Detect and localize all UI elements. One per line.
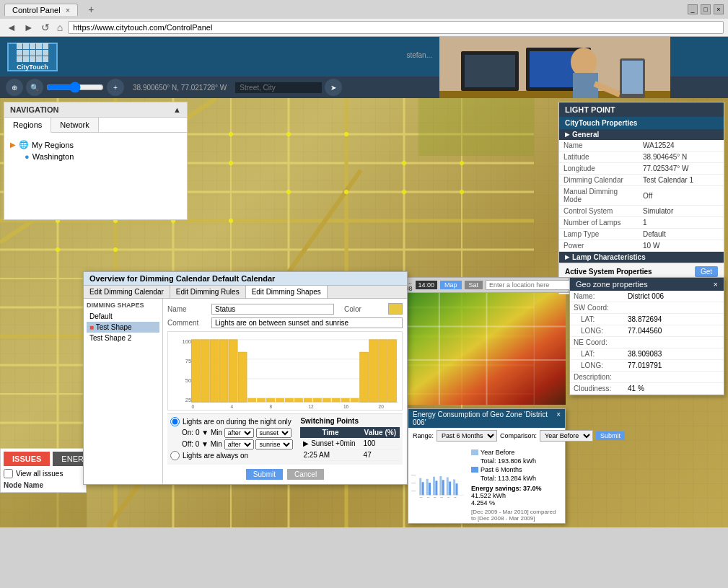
svg-text:Jan: Jan: [426, 496, 429, 498]
shape-default[interactable]: Default: [87, 311, 159, 322]
list-item: Description:: [570, 372, 724, 383]
tree-root-item[interactable]: ▶ 🌐 My Regions: [10, 139, 181, 151]
svg-rect-110: [419, 478, 421, 496]
name-input[interactable]: [211, 304, 334, 315]
get-button[interactable]: Get: [695, 266, 718, 277]
minimize-button[interactable]: _: [688, 4, 698, 14]
on-after-select[interactable]: after: [224, 428, 254, 438]
geo-zone-header: Geo zone properties ×: [570, 278, 724, 291]
svg-rect-69: [210, 340, 219, 402]
on-sunset-select[interactable]: sunset: [256, 428, 291, 438]
collapse-button[interactable]: ▲: [173, 105, 181, 114]
navigate-icon[interactable]: ➤: [325, 79, 342, 96]
svg-rect-117: [442, 480, 444, 495]
svg-text:16: 16: [343, 404, 349, 409]
maximize-button[interactable]: □: [701, 4, 711, 14]
comparison-select[interactable]: Year Before: [540, 430, 593, 442]
energy-submit-button[interactable]: Submit: [596, 431, 625, 440]
sat-view-button[interactable]: Sat: [465, 281, 483, 289]
svg-text:75: 75: [185, 358, 191, 364]
svg-point-52: [56, 247, 60, 252]
tab-edit-calendar[interactable]: Edit Dimming Calendar: [84, 286, 170, 298]
back-button[interactable]: ◄: [4, 22, 19, 33]
energy-chart-controls: Range: Past 6 Months Comparison: Year Be…: [408, 428, 565, 443]
svg-text:100: 100: [182, 338, 191, 345]
svg-rect-72: [238, 352, 247, 402]
table-row: Longitude 77.025347° W: [559, 163, 724, 175]
tab-edit-rules[interactable]: Edit Dimming Rules: [170, 286, 246, 298]
toolbar2-location-input[interactable]: [486, 280, 574, 290]
shape-test2[interactable]: Test Shape 2: [87, 333, 159, 343]
color-swatch[interactable]: [388, 303, 403, 315]
table-row: Power 10 W: [559, 240, 724, 252]
location-search-input[interactable]: [235, 82, 322, 93]
logo-grid: [17, 43, 48, 62]
svg-rect-75: [266, 398, 275, 402]
energy-chart-close-button[interactable]: ×: [556, 411, 561, 426]
svg-point-53: [113, 247, 118, 252]
dimming-sidebar: DIMMING SHAPES Default Test Shape Test S…: [84, 299, 163, 484]
svg-point-56: [402, 161, 406, 165]
comment-input[interactable]: [211, 317, 403, 328]
svg-rect-116: [439, 476, 442, 495]
tab-network[interactable]: Network: [51, 118, 98, 132]
range-select[interactable]: Past 6 Months: [437, 430, 497, 442]
svg-text:Dec: Dec: [420, 496, 424, 498]
shape-test[interactable]: Test Shape: [87, 322, 159, 333]
active-tab[interactable]: Control Panel ×: [4, 4, 78, 16]
address-bar[interactable]: [68, 21, 724, 34]
forward-button[interactable]: ►: [22, 22, 36, 33]
view-all-checkbox[interactable]: [4, 469, 13, 478]
browser-chrome: Control Panel × + _ □ × ◄ ► ↺ ⌂: [0, 0, 728, 37]
off-sunrise-select[interactable]: sunrise: [255, 439, 293, 449]
svg-rect-88: [388, 340, 397, 402]
svg-rect-77: [285, 398, 294, 402]
table-row: Manual Dimming Mode Off: [559, 186, 724, 206]
svg-rect-119: [449, 482, 451, 496]
radio-night-only[interactable]: Lights are on during the night only: [170, 417, 293, 426]
tree-child-item[interactable]: ● Washington: [25, 151, 181, 162]
zoom-in-icon[interactable]: +: [107, 79, 124, 96]
browser-titlebar: Control Panel × + _ □ ×: [0, 0, 728, 19]
svg-point-55: [460, 190, 464, 194]
geo-zone-close-button[interactable]: ×: [714, 280, 718, 289]
svg-rect-85: [360, 352, 369, 402]
map-view-button[interactable]: Map: [440, 281, 462, 289]
off-controls: Off: 0 ▼ Min after sunrise: [170, 439, 293, 449]
svg-text:Feb: Feb: [434, 496, 437, 498]
svg-rect-121: [456, 483, 458, 495]
compass-icon[interactable]: ⊕: [6, 79, 23, 96]
svg-rect-81: [323, 398, 331, 402]
issues-tab[interactable]: ISSUES: [4, 452, 50, 466]
radio-always-on[interactable]: Lights are always on: [170, 451, 293, 460]
view-all-issues[interactable]: View all issues: [4, 469, 83, 478]
zoom-slider[interactable]: [46, 80, 104, 95]
search-icon[interactable]: 🔍: [26, 79, 43, 96]
geo-zone-table: Name: District 006 SW Coord: LAT: 38.872…: [570, 291, 724, 395]
refresh-button[interactable]: ↺: [39, 22, 52, 33]
svg-rect-82: [332, 398, 341, 402]
svg-point-36: [286, 132, 291, 136]
tab-edit-shapes[interactable]: Edit Dimming Shapes: [246, 286, 328, 298]
cancel-button[interactable]: Cancel: [287, 469, 324, 480]
svg-rect-79: [304, 398, 312, 402]
svg-point-35: [229, 132, 233, 136]
nav-tabs: Regions Network: [4, 118, 187, 133]
app-header: CityTouch: [0, 37, 728, 76]
lamp-characteristics-section[interactable]: Lamp Characteristics: [559, 252, 724, 263]
comment-row: Comment: [167, 317, 403, 328]
list-item: Cloudiness: 41 %: [570, 383, 724, 395]
new-tab-button[interactable]: +: [82, 2, 100, 17]
svg-text:0: 0: [191, 404, 194, 409]
svg-point-37: [344, 132, 348, 136]
home-button[interactable]: ⌂: [55, 22, 65, 33]
table-row: Lamp Type Default: [559, 229, 724, 240]
tab-regions[interactable]: Regions: [4, 118, 51, 133]
table-row: Latitude 38.904645° N: [559, 152, 724, 163]
close-button[interactable]: ×: [714, 4, 724, 14]
form-buttons: Submit Cancel: [167, 469, 403, 480]
tab-close[interactable]: ×: [66, 6, 70, 14]
tree-child-icon: ●: [25, 152, 30, 161]
off-after-select[interactable]: after: [224, 439, 254, 449]
submit-button[interactable]: Submit: [246, 469, 283, 480]
